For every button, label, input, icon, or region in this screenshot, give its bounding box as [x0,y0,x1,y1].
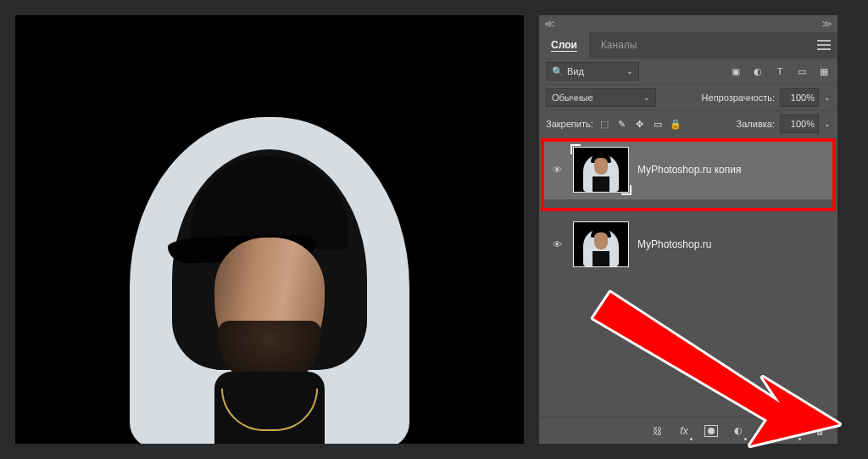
fill-value: 100% [791,119,815,129]
fill-label: Заливка: [737,119,775,129]
tab-channels[interactable]: Каналы [589,32,649,58]
lock-position-icon[interactable]: ✥ [634,118,646,130]
document-canvas[interactable] [15,15,524,444]
workspace: ≪ ≫ Слои Каналы 🔍 Вид ⌄ ▣ ◐ T ▭ ▦ [0,0,868,459]
visibility-toggle[interactable]: 👁 [549,239,565,249]
panel-tabs: Слои Каналы [539,32,837,58]
lock-row: Закрепить: ⬚ ✎ ✥ ▭ 🔒 Заливка: 100% ⌄ [539,110,837,137]
fill-field[interactable]: 100% [780,115,819,133]
new-group-icon[interactable]: 🖿 [758,423,773,439]
panel-footer: ⛓ fx ◐ 🖿 ⧉ 🗑 [539,417,837,444]
svg-point-1 [708,428,715,434]
chevron-down-icon: ⌄ [643,93,650,102]
layer-row[interactable]: 👁 MyPhotoshop.ru копия [544,140,832,199]
filter-pixel-icon[interactable]: ▣ [729,64,743,78]
layer-thumbnail[interactable] [573,147,629,193]
visibility-toggle[interactable]: 👁 [549,165,565,175]
chevron-down-icon: ⌄ [626,67,633,76]
lock-all-icon[interactable]: 🔒 [670,118,682,130]
layer-name[interactable]: MyPhotoshop.ru [637,238,711,250]
opacity-value: 100% [791,92,815,103]
opacity-label: Непрозрачность: [702,92,775,103]
lock-label: Закрепить: [546,119,593,129]
layer-filter-row: 🔍 Вид ⌄ ▣ ◐ T ▭ ▦ [539,58,837,84]
filter-type-icon[interactable]: T [773,64,787,78]
lock-pixels-icon[interactable]: ⬚ [598,118,610,130]
layers-list: 👁 MyPhotoshop.ru копия 👁 [539,137,837,417]
chevron-down-icon[interactable]: ⌄ [824,120,831,128]
lock-brush-icon[interactable]: ✎ [616,118,628,130]
panel-header: ≪ ≫ [539,15,837,32]
blend-mode-value: Обычные [552,92,593,103]
search-icon: 🔍 [552,66,564,77]
filter-adjust-icon[interactable]: ◐ [751,64,765,78]
add-mask-icon[interactable] [704,423,719,439]
new-adjustment-icon[interactable]: ◐ [731,423,746,439]
filter-smart-icon[interactable]: ▦ [817,64,831,78]
layer-row[interactable]: 👁 MyPhotoshop.ru [544,215,832,274]
chevron-down-icon[interactable]: ⌄ [824,93,831,102]
opacity-field[interactable]: 100% [780,88,819,107]
lock-artboard-icon[interactable]: ▭ [652,118,664,130]
canvas-image [130,117,409,444]
blend-row: Обычные ⌄ Непрозрачность: 100% ⌄ [539,84,837,110]
panel-collapse-icon[interactable]: ≪ [544,18,555,30]
layer-search[interactable]: 🔍 Вид ⌄ [546,62,639,81]
new-layer-icon[interactable]: ⧉ [785,423,800,439]
layer-name[interactable]: MyPhotoshop.ru копия [637,164,741,176]
panel-menu-icon[interactable] [810,40,837,50]
layers-panel: ≪ ≫ Слои Каналы 🔍 Вид ⌄ ▣ ◐ T ▭ ▦ [539,15,837,444]
search-kind-label: Вид [567,66,584,76]
tab-layers[interactable]: Слои [539,32,589,58]
fx-icon[interactable]: fx [676,423,692,439]
link-layers-icon[interactable]: ⛓ [649,423,665,439]
filter-shape-icon[interactable]: ▭ [795,64,809,78]
delete-layer-icon[interactable]: 🗑 [812,423,827,439]
panel-expand-icon[interactable]: ≫ [821,18,832,30]
layer-thumbnail[interactable] [573,221,629,267]
blend-mode-dropdown[interactable]: Обычные ⌄ [546,88,656,107]
